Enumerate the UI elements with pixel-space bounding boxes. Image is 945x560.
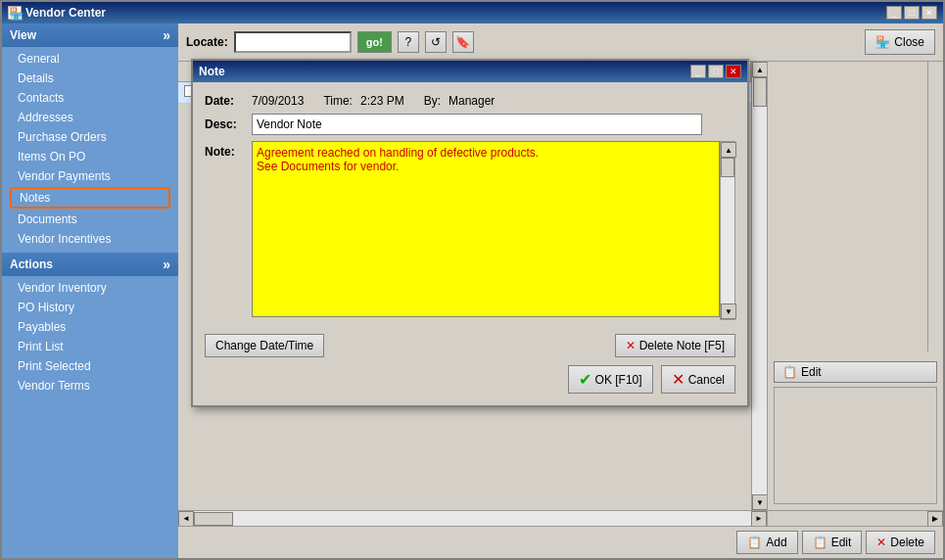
sidebar-item-vendor-payments[interactable]: Vendor Payments bbox=[2, 166, 178, 186]
note-textarea[interactable] bbox=[252, 141, 720, 317]
sidebar-item-vendor-terms[interactable]: Vendor Terms bbox=[2, 376, 178, 396]
note-scroll-thumb[interactable] bbox=[721, 158, 734, 177]
ok-icon: ✔ bbox=[579, 370, 591, 389]
delete-note-button[interactable]: ✕ Delete Note [F5] bbox=[615, 334, 735, 357]
modal-title-text: Note bbox=[199, 65, 225, 78]
note-scroll-up[interactable]: ▲ bbox=[721, 142, 736, 158]
window-close-button[interactable]: ✕ bbox=[921, 6, 937, 20]
scroll-left-arrow[interactable]: ◄ bbox=[178, 511, 194, 527]
actions-header-label: Actions bbox=[10, 257, 53, 271]
date-label: Date: bbox=[205, 94, 244, 108]
actions-items: Vendor Inventory PO History Payables Pri… bbox=[2, 276, 178, 397]
sidebar-item-purchase-orders[interactable]: Purchase Orders bbox=[2, 127, 178, 147]
delete-icon: ✕ bbox=[876, 536, 886, 549]
view-items: General Details Contacts Addresses Purch… bbox=[2, 47, 178, 251]
refresh-button[interactable]: ↺ bbox=[425, 31, 447, 53]
sidebar-item-details[interactable]: Details bbox=[2, 69, 178, 88]
modal-minimize-button[interactable]: _ bbox=[690, 65, 706, 78]
right-edit-area: 📋 Edit bbox=[768, 351, 943, 510]
sidebar-item-print-list[interactable]: Print List bbox=[2, 337, 178, 356]
view-collapse-icon[interactable]: » bbox=[163, 27, 170, 43]
modal-footer-top: Change Date/Time ✕ Delete Note [F5] bbox=[205, 334, 735, 357]
cancel-icon: ✕ bbox=[672, 370, 685, 389]
cancel-button[interactable]: ✕ Cancel bbox=[661, 365, 735, 394]
modal-footer-bottom: ✔ OK [F10] ✕ Cancel bbox=[205, 365, 735, 394]
modal-title-bar: Note _ □ ✕ bbox=[193, 61, 747, 82]
change-datetime-button[interactable]: Change Date/Time bbox=[205, 334, 324, 357]
sidebar-item-contacts[interactable]: Contacts bbox=[2, 88, 178, 108]
date-value: 7/09/2013 bbox=[252, 94, 304, 108]
modal-maximize-button[interactable]: □ bbox=[708, 65, 724, 78]
delete-note-icon: ✕ bbox=[626, 339, 636, 352]
sidebar-item-vendor-incentives[interactable]: Vendor Incentives bbox=[2, 229, 178, 249]
minimize-button[interactable]: _ bbox=[886, 6, 902, 20]
window-title: Vendor Center bbox=[25, 6, 106, 20]
sidebar-item-addresses[interactable]: Addresses bbox=[2, 108, 178, 127]
sidebar-item-vendor-inventory[interactable]: Vendor Inventory bbox=[2, 278, 178, 298]
sidebar-item-documents[interactable]: Documents bbox=[2, 210, 178, 229]
modal-note-row: Note: ▲ ▼ bbox=[205, 141, 735, 328]
go-button[interactable]: go! bbox=[357, 31, 392, 53]
sidebar-item-notes[interactable]: Notes bbox=[10, 187, 170, 209]
horizontal-scrollbar[interactable]: ◄ ► bbox=[178, 510, 767, 526]
sidebar: View » General Details Contacts Addresse… bbox=[2, 23, 178, 558]
locate-input[interactable] bbox=[234, 31, 352, 53]
toolbar: Locate: go! ? ↺ 🔖 🏪 Close bbox=[178, 23, 943, 62]
delete-button[interactable]: ✕ Delete bbox=[866, 531, 935, 554]
main-window: 🏪 Vendor Center _ □ ✕ View » General Det… bbox=[0, 0, 945, 560]
title-bar-left: 🏪 Vendor Center bbox=[8, 6, 106, 20]
edit-icon: 📋 bbox=[813, 536, 827, 549]
h-scroll-track bbox=[194, 511, 751, 527]
modal-content: Date: 7/09/2013 Time: 2:23 PM By: Manage… bbox=[193, 82, 747, 405]
sidebar-item-general[interactable]: General bbox=[2, 49, 178, 69]
vertical-scrollbar[interactable]: ▲ ▼ bbox=[751, 62, 767, 510]
bookmark-button[interactable]: 🔖 bbox=[452, 31, 474, 53]
scroll-down-arrow[interactable]: ▼ bbox=[752, 494, 767, 510]
right-panel: 📋 Edit ► bbox=[767, 62, 943, 526]
by-value: Manager bbox=[449, 94, 495, 108]
edit-icon: 📋 bbox=[782, 365, 797, 379]
time-value: 2:23 PM bbox=[360, 94, 404, 108]
locate-label: Locate: bbox=[186, 35, 228, 49]
modal-close-button[interactable]: ✕ bbox=[726, 65, 741, 78]
title-bar: 🏪 Vendor Center _ □ ✕ bbox=[2, 2, 943, 23]
sidebar-item-print-selected[interactable]: Print Selected bbox=[2, 356, 178, 376]
add-button[interactable]: 📋 Add bbox=[736, 531, 797, 554]
h-scroll-thumb[interactable] bbox=[194, 512, 233, 526]
maximize-button[interactable]: □ bbox=[904, 6, 920, 20]
desc-input[interactable] bbox=[252, 114, 702, 135]
scroll-thumb[interactable] bbox=[753, 77, 767, 107]
actions-header: Actions » bbox=[2, 253, 178, 276]
right-scrollbar[interactable] bbox=[927, 62, 943, 351]
view-header-label: View bbox=[10, 28, 36, 42]
scroll-right-arrow[interactable]: ► bbox=[751, 511, 767, 527]
sidebar-item-payables[interactable]: Payables bbox=[2, 317, 178, 337]
title-buttons: _ □ ✕ bbox=[886, 6, 937, 20]
view-section: View » General Details Contacts Addresse… bbox=[2, 23, 178, 251]
ok-button[interactable]: ✔ OK [F10] bbox=[568, 365, 653, 394]
scroll-up-arrow[interactable]: ▲ bbox=[752, 62, 767, 77]
sidebar-item-po-history[interactable]: PO History bbox=[2, 298, 178, 317]
note-scroll-track bbox=[721, 158, 734, 303]
edit-button[interactable]: 📋 Edit bbox=[802, 531, 863, 554]
note-modal: Note _ □ ✕ Date: 7/09/2013 Time: 2:23 PM… bbox=[191, 59, 749, 407]
sidebar-item-items-on-po[interactable]: Items On PO bbox=[2, 147, 178, 166]
modal-title-buttons: _ □ ✕ bbox=[690, 65, 741, 78]
scroll-track bbox=[752, 77, 767, 494]
right-scroll-right-arrow[interactable]: ► bbox=[927, 511, 943, 527]
note-scroll-down[interactable]: ▼ bbox=[721, 303, 736, 319]
by-label: By: bbox=[424, 94, 441, 108]
note-label: Note: bbox=[205, 145, 244, 159]
app-icon: 🏪 bbox=[8, 6, 22, 20]
actions-collapse-icon[interactable]: » bbox=[163, 257, 170, 272]
time-label: Time: bbox=[323, 94, 353, 108]
right-edit-button[interactable]: 📋 Edit bbox=[774, 361, 937, 383]
help-button[interactable]: ? bbox=[398, 31, 419, 53]
view-header: View » bbox=[2, 23, 178, 47]
close-icon: 🏪 bbox=[875, 35, 890, 49]
close-button[interactable]: 🏪 Close bbox=[865, 29, 935, 55]
add-icon: 📋 bbox=[747, 536, 762, 549]
modal-date-row: Date: 7/09/2013 Time: 2:23 PM By: Manage… bbox=[205, 94, 735, 108]
note-scrollbar[interactable]: ▲ ▼ bbox=[720, 141, 735, 320]
modal-desc-row: Desc: bbox=[205, 114, 735, 135]
